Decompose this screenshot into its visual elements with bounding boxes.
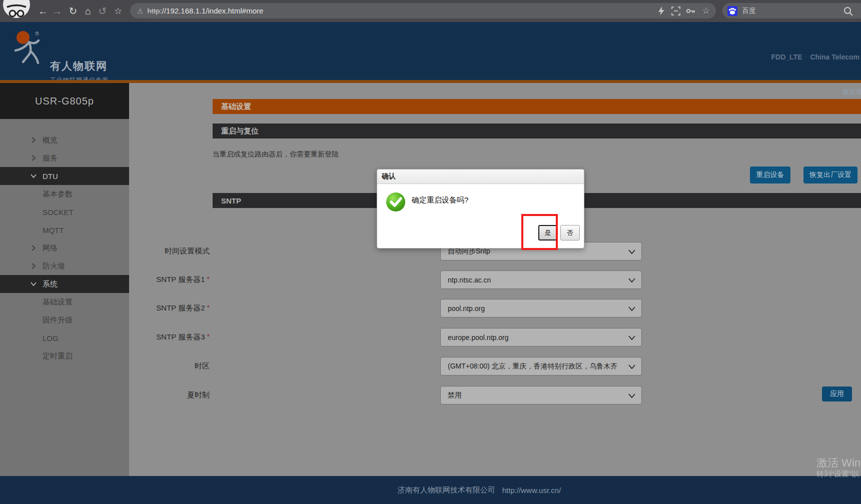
form-row: SNTP 服务器1* ntp.ntsc.ac.cn	[213, 270, 644, 289]
back-button[interactable]: ←	[36, 0, 51, 22]
select-value: pool.ntp.org	[448, 304, 485, 312]
chevron-right-icon	[30, 244, 37, 252]
sidebar-item-socket[interactable]: SOCKET	[0, 203, 129, 221]
dialog-title-bar[interactable]: 确认	[377, 170, 584, 184]
search-engine-label: 百度	[742, 6, 756, 16]
select-value: (GMT+08:00) 北京，重庆，香港特别行政区，乌鲁木齐	[448, 362, 618, 371]
sidebar-item-label: 防火墙	[43, 262, 65, 271]
footer-website-link[interactable]: http://www.usr.cn/	[502, 486, 561, 494]
sntp-server3-select[interactable]: europe.pool.ntp.org	[440, 328, 642, 346]
sidebar-item-firmware-upgrade[interactable]: 固件升级	[0, 311, 129, 329]
sidebar-item-mqtt[interactable]: MQTT	[0, 221, 129, 239]
sidebar-item-label: 定时重启	[43, 352, 73, 361]
annotation-highlight-box	[521, 214, 558, 250]
not-secure-warning-icon: ⚠	[137, 7, 144, 15]
forward-button[interactable]: →	[50, 0, 65, 22]
footer-company: 济南有人物联网技术有限公司	[398, 486, 495, 495]
sidebar-item-label: 概览	[43, 136, 58, 145]
dialog-message: 确定重启设备吗?	[412, 196, 468, 205]
lightning-icon[interactable]	[656, 6, 666, 16]
favorite-star-icon[interactable]: ☆	[701, 6, 711, 16]
sidebar-item-label: 基础设置	[43, 298, 73, 307]
sidebar-item-label: 基本参数	[43, 190, 73, 199]
section-title: SNTP	[221, 196, 241, 205]
usr-logo-icon: ®	[13, 29, 48, 69]
sidebar-item-label: SOCKET	[43, 208, 74, 216]
sidebar-item-system[interactable]: 系统	[0, 275, 129, 293]
password-key-icon[interactable]	[686, 6, 696, 16]
page-header: ® 有人物联网 工业物联网通信专家 FDD_LTE China Telecom …	[0, 22, 861, 80]
sidebar-item-log[interactable]: LOG	[0, 329, 129, 347]
field-label: 时间设置模式	[165, 246, 210, 256]
dialog-no-button[interactable]: 否	[560, 225, 580, 240]
reader-mode-icon[interactable]	[671, 6, 681, 16]
carrier-name: China Telecom	[810, 53, 859, 61]
page-title: 基础设置	[221, 102, 251, 112]
sidebar-item-label: 网络	[43, 244, 58, 253]
sidebar-item-dtu[interactable]: DTU	[0, 167, 129, 185]
search-box[interactable]: 百度	[722, 3, 861, 18]
select-value: ntp.ntsc.ac.cn	[448, 276, 491, 284]
incognito-avatar-icon[interactable]	[2, 0, 31, 19]
sidebar-item-label: DTU	[43, 172, 58, 180]
brand-title: 有人物联网	[50, 59, 108, 73]
header-accent-line	[0, 80, 861, 83]
field-label: SNTP 服务器2	[156, 304, 205, 313]
chevron-down-icon	[628, 250, 635, 254]
device-model-title: USR-G805p	[0, 83, 129, 119]
sidebar-item-overview[interactable]: 概览	[0, 131, 129, 149]
sidebar-item-label: MQTT	[43, 226, 64, 234]
confirm-check-icon	[386, 192, 406, 212]
chevron-down-icon	[628, 394, 635, 398]
required-marker: *	[207, 304, 210, 312]
page-title-bar: 基础设置	[213, 99, 861, 114]
sntp-server2-select[interactable]: pool.ntp.org	[440, 299, 642, 318]
sidebar-item-scheduled-restart[interactable]: 定时重启	[0, 347, 129, 365]
sidebar-item-basic-params[interactable]: 基本参数	[0, 185, 129, 203]
chevron-right-icon	[30, 154, 37, 162]
dialog-title: 确认	[382, 172, 396, 181]
page-footer: 济南有人物联网技术有限公司 http://www.usr.cn/	[0, 476, 861, 504]
chevron-down-icon	[628, 336, 635, 340]
url-scheme: http	[148, 6, 160, 15]
chevron-right-icon	[30, 136, 37, 144]
rotate-icon[interactable]: ↺	[95, 0, 110, 22]
daylight-saving-select[interactable]: 禁用	[440, 386, 642, 404]
restart-device-button[interactable]: 重启设备	[750, 166, 790, 184]
url-text: ://192.168.1.1/index.html#more	[160, 6, 264, 15]
sidebar-item-firewall[interactable]: 防火墙	[0, 257, 129, 275]
chevron-right-icon	[30, 262, 37, 270]
sidebar-item-basic-settings[interactable]: 基础设置	[0, 293, 129, 311]
bookmark-star-icon[interactable]: ☆	[111, 0, 126, 22]
form-row: 时区 (GMT+08:00) 北京，重庆，香港特别行政区，乌鲁木齐	[213, 357, 644, 376]
address-bar[interactable]: ⚠ http://192.168.1.1/index.html#more ☆	[130, 3, 716, 18]
change-password-link[interactable]: 修改登	[842, 88, 861, 96]
required-marker: *	[207, 275, 210, 283]
browser-toolbar: ← → ↻ ⌂ ↺ ☆ ⚠ http://192.168.1.1/index.h…	[0, 0, 861, 22]
sidebar: USR-G805p 概览 服务 DTU 基本参数 SOCKET MQTT 网络	[0, 83, 129, 476]
sidebar-item-network[interactable]: 网络	[0, 239, 129, 257]
form-row: 夏时制 禁用	[213, 386, 644, 404]
windows-activation-watermark-line1: 激活 Wind	[816, 456, 861, 470]
svg-text:®: ®	[35, 30, 39, 36]
sidebar-item-label: 系统	[43, 280, 58, 289]
section-title: 重启与复位	[221, 126, 259, 136]
chevron-down-icon	[30, 280, 37, 288]
select-value: europe.pool.ntp.org	[448, 334, 508, 342]
apply-button[interactable]: 应用	[822, 386, 852, 402]
sntp-server1-select[interactable]: ntp.ntsc.ac.cn	[440, 270, 642, 289]
section-restart-header: 重启与复位	[213, 124, 861, 138]
sidebar-item-label: 服务	[43, 154, 58, 163]
windows-activation-watermark-line2: 转到“设置”以	[816, 470, 859, 479]
timezone-select[interactable]: (GMT+08:00) 北京，重庆，香港特别行政区，乌鲁木齐	[440, 357, 642, 376]
field-label: 时区	[195, 362, 210, 371]
sidebar-menu: 概览 服务 DTU 基本参数 SOCKET MQTT 网络 防火墙 系统	[0, 131, 129, 365]
sidebar-item-services[interactable]: 服务	[0, 149, 129, 167]
sidebar-item-label: LOG	[43, 334, 59, 342]
magnifier-icon[interactable]	[843, 6, 853, 16]
restart-note: 当重启或复位路由器后，你需要重新登陆	[213, 150, 339, 159]
chevron-down-icon	[628, 364, 635, 369]
factory-reset-button[interactable]: 恢复出厂设置	[803, 166, 857, 184]
reload-button[interactable]: ↻	[66, 0, 81, 22]
home-button[interactable]: ⌂	[81, 0, 96, 22]
